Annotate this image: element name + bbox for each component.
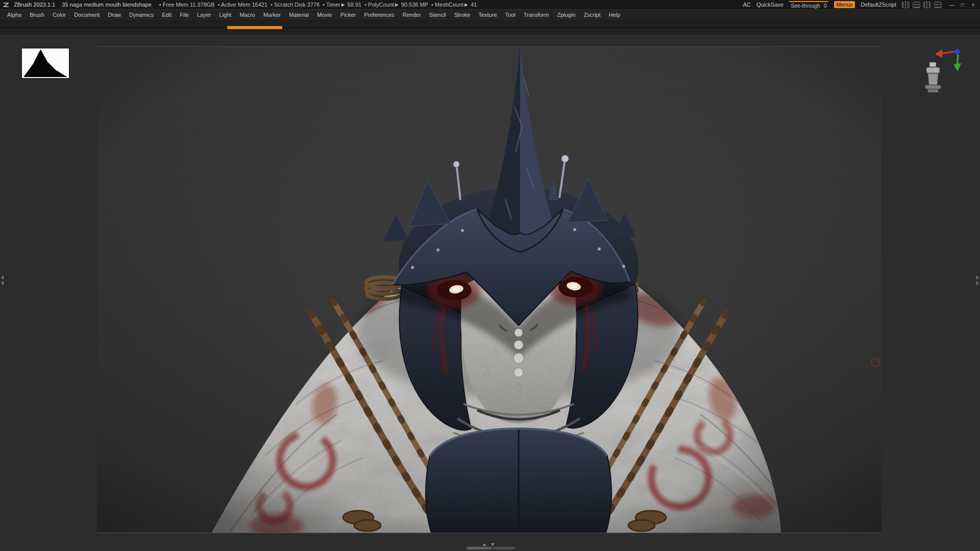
interface-dock-icon[interactable]	[923, 2, 931, 8]
see-through-label: See-through	[791, 3, 820, 9]
zbrush-logo-icon	[3, 2, 9, 8]
stat-item: • MeshCount► 41	[431, 2, 477, 8]
menu-item[interactable]: Tool	[501, 10, 520, 20]
see-through-slider[interactable]: See-through 0	[789, 1, 828, 9]
see-through-value: 0	[824, 3, 827, 9]
menu-item[interactable]: Light	[215, 10, 236, 20]
right-tray-toggle[interactable]	[976, 276, 979, 285]
chevron-right-icon	[976, 281, 979, 285]
scrollbar-thumb-secondary[interactable]	[494, 547, 514, 549]
menus-toggle-button[interactable]: Menus	[834, 1, 855, 8]
stat-item: • Active Mem 16421	[218, 2, 267, 8]
chevron-left-icon	[1, 276, 4, 280]
left-tray-toggle[interactable]	[1, 276, 4, 285]
minimize-button[interactable]: —	[947, 2, 956, 8]
menu-item[interactable]: Picker	[336, 10, 360, 20]
zbrush-window: ZBrush 2023.1.1 35 naga medium mouth ble…	[0, 0, 980, 551]
menu-item[interactable]: Dynamics	[125, 10, 158, 20]
default-zscript-button[interactable]: DefaultZScript	[861, 2, 896, 8]
palette-dock-icon[interactable]	[913, 2, 920, 8]
bottom-tray-toggle[interactable]	[482, 543, 495, 546]
menu-item[interactable]: Movie	[313, 10, 336, 20]
menu-item[interactable]: File	[176, 10, 193, 20]
chevron-right-icon	[976, 276, 979, 280]
chevron-left-icon	[1, 281, 4, 285]
menu-item[interactable]: Zscript	[580, 10, 605, 20]
brush-cursor-ring	[871, 358, 880, 367]
camera-gizmo[interactable]	[919, 45, 977, 114]
stat-item: • Scratch Disk 3776	[271, 2, 320, 8]
stat-item: • Free Mem 11.378GB	[159, 2, 215, 8]
horizontal-scrollbar[interactable]	[465, 546, 517, 550]
menu-item[interactable]: Material	[285, 10, 313, 20]
stat-item: • PolyCount► 90.536 MP	[364, 2, 428, 8]
document-title: 35 naga medium mouth blendshape	[62, 2, 152, 8]
menu-item[interactable]: Layer	[193, 10, 215, 20]
chevron-up-icon	[482, 543, 486, 546]
layout-dock-icon[interactable]	[934, 2, 942, 8]
top-shelf	[0, 20, 980, 35]
menu-item[interactable]: Stroke	[450, 10, 475, 20]
menu-item[interactable]: Render	[399, 10, 425, 20]
memory-stats: • Free Mem 11.378GB• Active Mem 16421• S…	[159, 2, 477, 8]
menu-item[interactable]: Draw	[104, 10, 125, 20]
ac-button[interactable]: AC	[743, 2, 751, 8]
menu-item[interactable]: Transform	[520, 10, 553, 20]
tray-divider-handle[interactable]	[227, 26, 282, 29]
canvas-area[interactable]	[0, 35, 980, 551]
menu-item[interactable]: Alpha	[3, 10, 26, 20]
naga-model-render	[97, 47, 881, 533]
window-controls: — □ ×	[947, 2, 977, 8]
model-preview-icon	[922, 61, 944, 94]
title-bar: ZBrush 2023.1.1 35 naga medium mouth ble…	[0, 0, 980, 9]
menu-item[interactable]: Texture	[474, 10, 501, 20]
menu-item[interactable]: Brush	[26, 10, 48, 20]
divider-dock-icon[interactable]	[902, 2, 910, 8]
menu-item[interactable]: Marker	[259, 10, 285, 20]
menu-item[interactable]: Edit	[158, 10, 176, 20]
silhouette-image	[22, 48, 69, 78]
close-button[interactable]: ×	[969, 2, 977, 8]
dock-icons	[902, 2, 942, 8]
tray-divider-line	[0, 27, 980, 28]
menu-item[interactable]: Stencil	[425, 10, 450, 20]
stat-item: • Timer► 58.91	[323, 2, 361, 8]
menu-item[interactable]: Preferences	[360, 10, 398, 20]
scrollbar-thumb[interactable]	[467, 547, 492, 549]
restore-button[interactable]: □	[958, 2, 967, 8]
menu-item[interactable]: Color	[48, 10, 70, 20]
app-title: ZBrush 2023.1.1	[14, 2, 55, 8]
sculpt-document[interactable]	[97, 46, 881, 533]
menu-item[interactable]: Macro	[235, 10, 259, 20]
chevron-down-icon	[491, 543, 495, 546]
menu-item[interactable]: Zplugin	[553, 10, 579, 20]
silhouette-preview-thumbnail[interactable]	[22, 48, 69, 78]
menu-item[interactable]: Help	[605, 10, 625, 20]
menu-item[interactable]: Document	[70, 10, 104, 20]
menu-bar: AlphaBrushColorDocumentDrawDynamicsEditF…	[0, 9, 980, 20]
quicksave-button[interactable]: QuickSave	[756, 2, 783, 8]
